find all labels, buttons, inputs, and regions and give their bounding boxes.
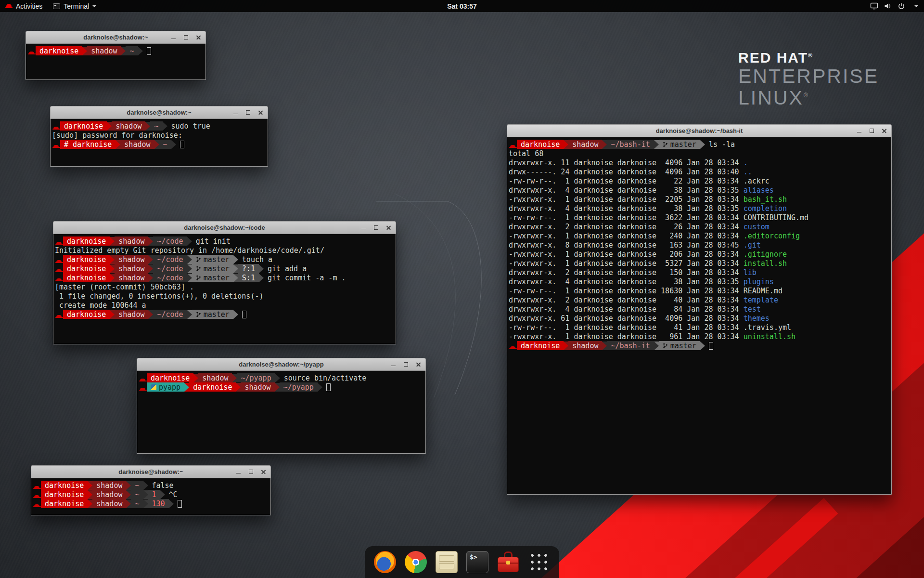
segment-separator-icon [233,274,238,282]
segment-separator-icon [148,255,153,264]
output-text: test [744,305,761,314]
terminal-body[interactable]: darknoiseshadow~falsedarknoiseshadow~1^C… [31,478,270,508]
prompt-segment-git: master [192,273,233,282]
prompt-segment-user: darknoise [63,310,110,319]
prompt-segment-host: shadow [241,382,274,392]
terminal-icon [466,551,488,573]
output-text: -rw-rw-r--. 1 darknoise darknoise 22 Jan… [509,177,744,185]
window-titlebar[interactable]: darknoise@shadow:~/bash-it [507,125,891,137]
output-line: drwxrwxr-x. 2 darknoise darknoise 150 Ja… [509,268,890,277]
maximize-button[interactable] [372,223,380,232]
maximize-button[interactable] [247,468,255,476]
dock-files[interactable] [435,551,458,574]
dock-chrome[interactable] [404,551,427,574]
dock-toolbox[interactable] [497,551,520,574]
redhat-logo-icon [5,3,13,9]
activities-button[interactable]: Activities [0,0,48,12]
close-button[interactable] [194,33,203,41]
redhat-prompt-icon [33,481,41,490]
minimize-button[interactable] [169,33,178,41]
window-titlebar[interactable]: darknoise@shadow:~/code [53,222,396,234]
close-button[interactable] [414,360,423,368]
output-line: drwxrwxr-x. 2 darknoise darknoise 40 Jan… [509,295,890,304]
segment-separator-icon [82,47,87,55]
clock[interactable]: Sat 03:57 [0,2,924,10]
maximize-button[interactable] [182,33,190,41]
prompt-segment-host: shadow [115,264,148,273]
window-title: darknoise@shadow:~/bash-it [507,125,891,137]
terminal-window: darknoise@shadow:~darknoiseshadow~ [26,31,206,80]
window-title: darknoise@shadow:~/pyapp [137,358,425,371]
maximize-button[interactable] [244,108,252,117]
output-text: README.md [744,287,783,295]
prompt-line: darknoiseshadow~/codemaster?:1git add a [55,264,394,273]
close-button[interactable] [880,127,888,135]
prompt-segment-host: shadow [568,140,602,149]
minimize-button[interactable] [234,468,243,476]
command-text: false [148,481,174,490]
segment-separator-icon [275,374,280,382]
segment-separator-icon [169,499,174,508]
output-text: create mode 100644 a [55,301,146,310]
maximize-button[interactable] [402,360,410,368]
firefox-icon [374,551,396,573]
output-text: -rwxrwxr-x. 1 darknoise darknoise 2205 J… [509,195,744,204]
maximize-button[interactable] [868,127,876,135]
output-text: install.sh [744,259,787,268]
terminal-body[interactable]: darknoiseshadow~sudo true[sudo] password… [51,119,268,149]
terminal-window: darknoise@shadow:~/pyappdarknoiseshadow~… [137,358,426,454]
window-controls [231,108,265,117]
minimize-button[interactable] [855,127,863,135]
terminal-body[interactable]: darknoiseshadow~/pyappsource bin/activat… [137,371,425,392]
redhat-prompt-icon [509,341,517,350]
segment-separator-icon [110,264,115,273]
segment-separator-icon [187,255,192,264]
prompt-segment-user: # darknoise [60,140,116,149]
output-line: total 68 [509,149,890,158]
prompt-segment-venv: pyapp [147,382,184,392]
prompt-segment-user: darknoise [41,490,88,499]
window-titlebar[interactable]: darknoise@shadow:~/pyapp [137,358,425,371]
output-text: drwx------. 24 darknoise darknoise 4096 … [509,168,744,176]
minimize-button[interactable] [231,108,240,117]
dock-terminal[interactable] [466,551,489,574]
minimize-button[interactable] [359,223,368,232]
prompt-segment-gitstat: ?:1 [238,264,259,273]
app-menu-terminal[interactable]: Terminal [48,0,102,12]
prompt-segment-host: shadow [115,273,148,282]
prompt-segment-path: ~/code [153,236,187,246]
window-titlebar[interactable]: darknoise@shadow:~ [51,106,268,119]
segment-separator-icon [654,342,659,350]
dock-firefox[interactable] [373,551,397,574]
output-text: [master (root-commit) 50bcb63] . [55,283,194,291]
segment-separator-icon [110,237,115,246]
output-line: drwxrwxr-x. 4 darknoise darknoise 84 Jan… [509,304,890,314]
dock-app-grid[interactable] [527,551,551,574]
terminal-body[interactable]: darknoiseshadow~/codegit initInitialized… [53,234,396,319]
prompt-line: darknoiseshadow~/codegit init [55,236,394,246]
segment-separator-icon [143,481,148,490]
terminal-body[interactable]: darknoiseshadow~ [26,44,205,55]
terminal-body[interactable]: darknoiseshadow~/bash-itmasterls -latota… [507,137,891,350]
git-branch-icon [196,275,201,281]
close-button[interactable] [385,223,393,232]
prompt-segment-host: shadow [115,236,148,246]
segment-separator-icon [318,383,322,392]
command-text: git add a [264,264,307,273]
minimize-button[interactable] [389,360,398,368]
prompt-line: darknoiseshadow~130 [33,499,269,508]
terminal-window: darknoise@shadow:~/codedarknoiseshadow~/… [53,221,396,344]
system-status-area[interactable] [864,0,924,12]
output-text: .gitignore [744,250,787,259]
window-titlebar[interactable]: darknoise@shadow:~ [31,466,270,478]
close-button[interactable] [259,468,268,476]
chevron-down-icon [914,5,918,7]
close-button[interactable] [257,108,265,117]
prompt-line: darknoiseshadow~sudo true [52,121,266,131]
output-text: drwxrwxr-x. 8 darknoise darknoise 163 Ja… [509,241,744,250]
window-titlebar[interactable]: darknoise@shadow:~ [26,31,205,44]
prompt-line: darknoiseshadow~/codemaster [55,310,394,319]
window-controls [389,360,423,368]
output-line: drwxrwxr-x. 61 darknoise darknoise 4096 … [509,314,890,323]
prompt-segment-gitstat: S:1 [238,273,259,282]
